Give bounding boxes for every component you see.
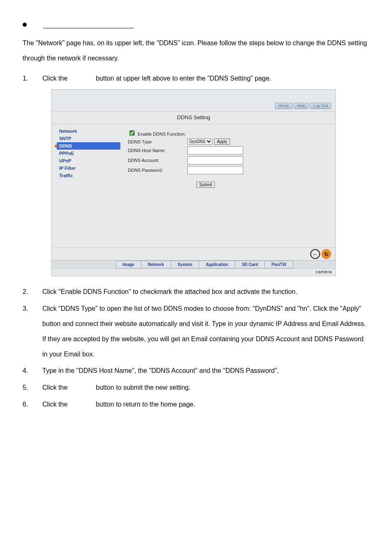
step-number: 5. [23, 380, 42, 395]
form-area: Enable DDNS Function: DDNS Type DynDNS A… [124, 124, 335, 247]
password-label: DDNS Password: [128, 168, 187, 173]
step-1-b: button at upper left above to enter the … [96, 75, 271, 82]
step-text: Click the button at upper left above to … [42, 71, 369, 86]
step-1-a: Click the [42, 75, 67, 82]
submit-button[interactable]: Submit [196, 182, 215, 188]
sidebar-item-network[interactable]: Network [57, 127, 120, 135]
tab-application[interactable]: Application [199, 261, 235, 268]
tab-system[interactable]: System [171, 261, 199, 268]
ddns-type-label: DDNS Type [128, 139, 187, 144]
home-button[interactable]: Home [275, 103, 293, 109]
intro-paragraph: The "Network" page has, on its upper lef… [23, 36, 369, 66]
step-6-a: Click the [42, 401, 67, 408]
sidebar: Network SNTP DDNS PPPoE UPnP IP Filter T… [52, 124, 124, 247]
heading-underline [43, 21, 134, 28]
enable-ddns-label: Enable DDNS Function: [138, 132, 186, 136]
step-number: 3. [23, 301, 42, 362]
step-text: Click "Enable DDNS Function" to checkmar… [42, 284, 369, 300]
step-text: Type in the "DDNS Host Name", the "DDNS … [42, 363, 369, 379]
active-indicator-icon [55, 145, 58, 148]
step-text: Click the button to submit the new setti… [42, 380, 369, 395]
step-number: 2. [23, 284, 42, 300]
step-number: 1. [23, 71, 42, 86]
icon-row: ← ↻ [52, 247, 335, 260]
tab-sdcard[interactable]: SD Card [235, 261, 265, 268]
refresh-icon[interactable]: ↻ [321, 249, 331, 259]
ddns-type-select[interactable]: DynDNS [187, 139, 212, 145]
apply-button[interactable]: Apply [214, 139, 230, 145]
step-number: 6. [23, 397, 42, 412]
sidebar-item-pppoe[interactable]: PPPoE [57, 150, 120, 157]
sidebar-item-traffic[interactable]: Traffic [57, 172, 120, 179]
enable-row: Enable DDNS Function: [128, 129, 187, 137]
step-number: 4. [23, 363, 42, 379]
hostname-input[interactable] [187, 146, 243, 155]
ddns-setting-screenshot: Home Help Log Out DDNS Setting Network S… [51, 89, 336, 276]
bullet-icon [23, 23, 27, 27]
screenshot-topband [52, 90, 335, 103]
step-6-b: button to return to the home page. [96, 401, 195, 408]
screenshot-top-buttons: Home Help Log Out [52, 103, 335, 111]
tab-pantilt[interactable]: Pan/Tilt [265, 261, 293, 268]
hostname-label: DDNS Host Name: [128, 148, 187, 153]
help-button[interactable]: Help [294, 103, 309, 109]
logout-button[interactable]: Log Out [310, 103, 331, 109]
sidebar-item-label: DDNS [59, 143, 72, 148]
password-input[interactable] [187, 166, 243, 174]
enable-ddns-checkbox[interactable] [129, 130, 135, 136]
tab-bar: Image Network System Application SD Card… [52, 260, 335, 268]
back-icon[interactable]: ← [310, 249, 320, 259]
panel-title: DDNS Setting [52, 111, 335, 124]
step-5-a: Click the [42, 384, 67, 391]
step-text: Click the button to return to the home p… [42, 397, 369, 412]
sidebar-item-ipfilter[interactable]: IP Filter [57, 164, 120, 172]
sidebar-item-upnp[interactable]: UPnP [57, 157, 120, 164]
tab-network[interactable]: Network [141, 261, 171, 268]
tab-image[interactable]: Image [115, 261, 141, 268]
step-5-b: button to submit the new setting. [96, 384, 190, 391]
sidebar-item-ddns[interactable]: DDNS [57, 142, 120, 150]
section-heading [23, 21, 369, 28]
step-text: Click "DDNS Type" to open the list of tw… [42, 301, 369, 362]
account-input[interactable] [187, 156, 243, 164]
sidebar-item-sntp[interactable]: SNTP [57, 135, 120, 142]
account-label: DDNS Account: [128, 158, 187, 163]
corner-label: camera [52, 268, 335, 276]
